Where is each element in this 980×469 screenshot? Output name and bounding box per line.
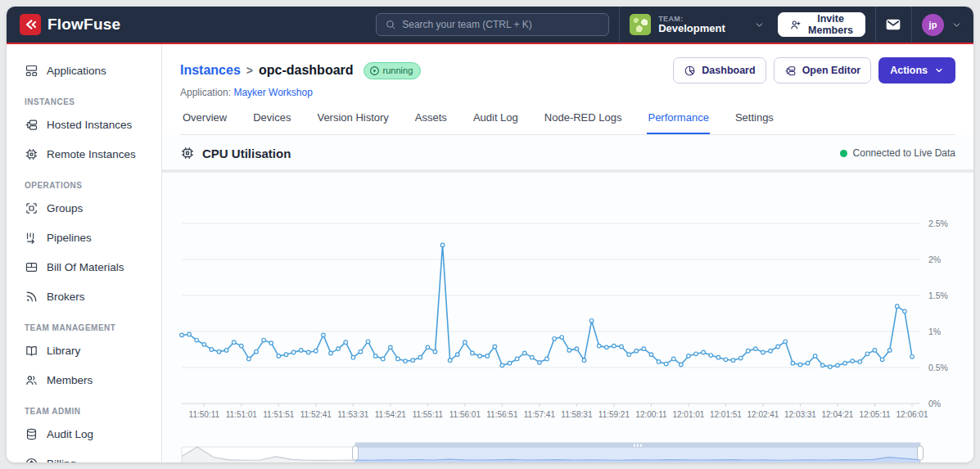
top-navbar: FlowFuse TEAM: Development Invite Member… [7, 7, 973, 44]
svg-text:12:00:11: 12:00:11 [635, 410, 667, 419]
svg-text:11:53:31: 11:53:31 [337, 410, 369, 419]
team-selector[interactable]: TEAM: Development [630, 14, 765, 35]
node-red-editor-icon [784, 65, 797, 77]
chart-title: CPU Utilisation [202, 147, 291, 160]
minimap-grip-icon[interactable] [634, 444, 635, 448]
minimap-right-handle[interactable] [918, 446, 924, 460]
tab-audit-log[interactable]: Audit Log [472, 111, 519, 134]
team-name: Development [658, 23, 725, 35]
sidebar-section-operations: OPERATIONS [25, 181, 161, 190]
envelope-icon [885, 16, 901, 33]
live-dot-icon [840, 150, 847, 157]
svg-text:2%: 2% [928, 255, 941, 264]
svg-text:11:58:31: 11:58:31 [561, 410, 593, 419]
dashboard-button[interactable]: Dashboard [673, 57, 765, 83]
cpu-line-chart: 0%0.5%1%1.5%2%2.5%11:50:1111:51:0111:51:… [175, 197, 961, 433]
breadcrumb-instances-link[interactable]: Instances [180, 63, 241, 78]
application-link[interactable]: Mayker Workshop [233, 87, 312, 98]
instance-name: opc-dashboard [259, 63, 354, 78]
svg-text:1%: 1% [928, 327, 941, 336]
tab-overview[interactable]: Overview [182, 111, 228, 134]
sidebar-item-brokers[interactable]: Brokers [7, 282, 161, 311]
breadcrumb: Instances > opc-dashboard running Dashbo… [180, 57, 955, 83]
sidebar-item-billing[interactable]: Billing [7, 449, 161, 462]
open-editor-button[interactable]: Open Editor [774, 57, 872, 83]
groups-icon [25, 201, 38, 215]
svg-text:1.5%: 1.5% [928, 291, 948, 300]
svg-text:11:50:11: 11:50:11 [189, 410, 220, 419]
sidebar-item-pipelines[interactable]: Pipelines [7, 223, 161, 252]
chevron-down-icon [754, 20, 765, 30]
sidebar-section-team-management: TEAM MANAGEMENT [25, 323, 161, 332]
svg-text:11:59:21: 11:59:21 [598, 410, 630, 419]
svg-text:11:51:01: 11:51:01 [226, 410, 258, 419]
team-avatar [630, 14, 651, 35]
sidebar-item-bill-of-materials[interactable]: Bill Of Materials [7, 252, 161, 282]
chevron-down-icon [934, 65, 944, 75]
breadcrumb-separator: > [246, 64, 253, 77]
sidebar-section-team-admin: TEAM ADMIN [25, 407, 161, 416]
live-status: Connected to Live Data [840, 147, 955, 159]
svg-text:12:01:51: 12:01:51 [710, 410, 742, 419]
remote-instances-icon [25, 147, 38, 161]
svg-text:11:54:21: 11:54:21 [375, 410, 407, 419]
svg-text:11:56:51: 11:56:51 [486, 410, 518, 419]
billing-icon [25, 457, 38, 463]
svg-text:11:52:41: 11:52:41 [300, 410, 332, 419]
actions-button[interactable]: Actions [878, 57, 955, 83]
sidebar-item-groups[interactable]: Groups [7, 193, 161, 223]
minimap-svg [175, 440, 961, 462]
application-line: Application: Mayker Workshop [180, 87, 955, 98]
user-plus-icon [789, 19, 802, 31]
nav-divider [619, 7, 620, 43]
nav-divider [875, 7, 876, 43]
svg-text:12:01:01: 12:01:01 [672, 410, 704, 419]
play-circle-icon [369, 65, 380, 76]
svg-text:11:57:41: 11:57:41 [524, 410, 556, 419]
minimap-left-handle[interactable] [352, 446, 358, 460]
hosted-instances-icon [25, 118, 38, 132]
pipelines-icon [25, 231, 38, 245]
flowfuse-logo[interactable]: FlowFuse [20, 14, 120, 35]
status-badge: running [364, 62, 422, 79]
svg-text:11:55:11: 11:55:11 [413, 410, 444, 419]
search-input[interactable] [402, 19, 600, 30]
sidebar-item-members[interactable]: Members [7, 365, 161, 395]
tab-devices[interactable]: Devices [252, 111, 291, 134]
members-icon [25, 373, 38, 387]
invite-members-button[interactable]: Invite Members [778, 12, 865, 37]
flowfuse-logo-icon [20, 14, 41, 35]
pie-chart-icon [684, 65, 696, 77]
svg-text:0.5%: 0.5% [928, 363, 948, 372]
performance-panel: CPU Utilisation Connected to Live Data 0… [162, 135, 973, 462]
sidebar-item-hosted-instances[interactable]: Hosted Instances [7, 110, 161, 139]
user-avatar: jp [922, 14, 944, 36]
svg-text:12:02:41: 12:02:41 [747, 410, 779, 419]
team-search[interactable] [376, 13, 609, 36]
bill-of-materials-icon [25, 260, 38, 274]
tab-performance[interactable]: Performance [647, 111, 709, 134]
tab-settings[interactable]: Settings [734, 111, 775, 134]
tab-assets[interactable]: Assets [414, 111, 448, 134]
audit-log-icon [25, 427, 38, 441]
svg-text:2.5%: 2.5% [928, 219, 948, 228]
brokers-icon [25, 290, 38, 304]
svg-text:11:56:01: 11:56:01 [449, 410, 481, 419]
user-menu[interactable]: jp [922, 14, 962, 36]
sidebar-item-audit-log[interactable]: Audit Log [7, 419, 161, 449]
minimap-grip-icon[interactable] [640, 444, 642, 448]
sidebar-item-remote-instances[interactable]: Remote Instances [7, 139, 161, 169]
minimap-grip-icon[interactable] [637, 444, 639, 448]
notifications-button[interactable] [885, 16, 901, 33]
sidebar-item-applications[interactable]: Applications [7, 56, 161, 85]
nav-divider [911, 7, 912, 43]
chevron-down-icon [951, 20, 962, 30]
tab-version-history[interactable]: Version History [316, 111, 389, 134]
svg-text:12:04:21: 12:04:21 [822, 410, 854, 419]
search-icon [385, 19, 396, 30]
app-window: FlowFuse TEAM: Development Invite Member… [7, 7, 973, 462]
tab-node-red-logs[interactable]: Node-RED Logs [544, 111, 623, 134]
sidebar-item-library[interactable]: Library [7, 336, 161, 365]
svg-text:12:03:31: 12:03:31 [784, 410, 816, 419]
sidebar: Applications INSTANCES Hosted Instances … [7, 44, 162, 462]
